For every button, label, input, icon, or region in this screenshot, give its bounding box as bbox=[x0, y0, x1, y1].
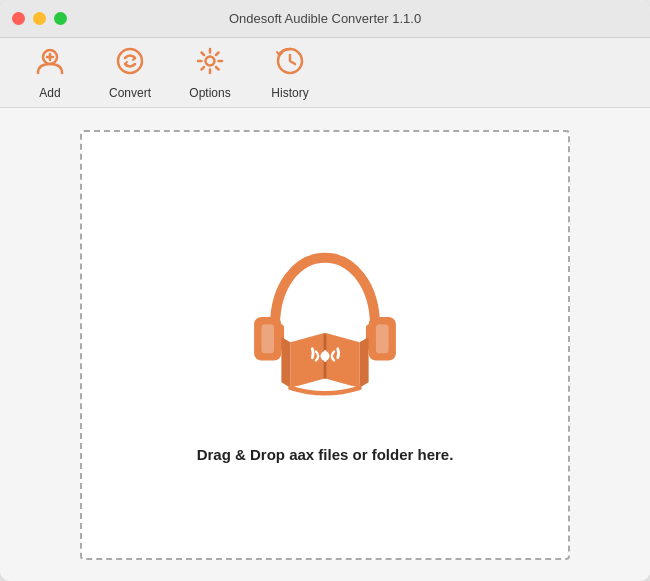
svg-point-10 bbox=[320, 351, 329, 360]
history-label: History bbox=[271, 86, 308, 100]
convert-label: Convert bbox=[109, 86, 151, 100]
audiobook-icon bbox=[225, 226, 425, 426]
window-title: Ondesoft Audible Converter 1.1.0 bbox=[229, 11, 421, 26]
drop-zone-text: Drag & Drop aax files or folder here. bbox=[197, 446, 454, 463]
history-icon bbox=[274, 45, 306, 82]
toolbar-item-history[interactable]: History bbox=[250, 43, 330, 103]
window-controls bbox=[12, 12, 67, 25]
svg-rect-5 bbox=[261, 324, 274, 353]
close-button[interactable] bbox=[12, 12, 25, 25]
add-icon bbox=[34, 45, 66, 82]
drop-zone[interactable]: Drag & Drop aax files or folder here. bbox=[80, 130, 570, 560]
main-content: Drag & Drop aax files or folder here. bbox=[0, 108, 650, 581]
title-bar: Ondesoft Audible Converter 1.1.0 bbox=[0, 0, 650, 38]
svg-point-2 bbox=[206, 57, 215, 66]
toolbar-item-convert[interactable]: Convert bbox=[90, 43, 170, 103]
app-window: Ondesoft Audible Converter 1.1.0 Add bbox=[0, 0, 650, 581]
options-icon bbox=[194, 45, 226, 82]
toolbar-item-add[interactable]: Add bbox=[10, 43, 90, 103]
convert-icon bbox=[114, 45, 146, 82]
minimize-button[interactable] bbox=[33, 12, 46, 25]
options-label: Options bbox=[189, 86, 230, 100]
toolbar-item-options[interactable]: Options bbox=[170, 43, 250, 103]
add-label: Add bbox=[39, 86, 60, 100]
toolbar: Add Convert Options bbox=[0, 38, 650, 108]
svg-rect-7 bbox=[376, 324, 389, 353]
maximize-button[interactable] bbox=[54, 12, 67, 25]
svg-point-1 bbox=[118, 49, 142, 73]
